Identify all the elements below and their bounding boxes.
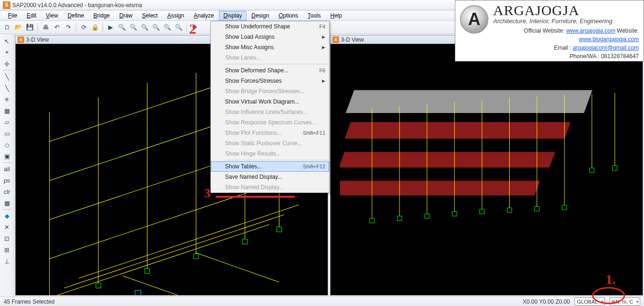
window-title: SAP2000 v14.0.0 Advanced - bangunan-kos-… bbox=[12, 2, 142, 9]
menu-item-show-bridge-forces-stresses: Show Bridge Forces/Stresses... bbox=[211, 86, 329, 96]
menu-item-show-plot-functions: Show Plot Functions...Shift+F11 bbox=[211, 128, 329, 138]
draw-grid-icon[interactable]: ▦ bbox=[1, 105, 13, 116]
svg-rect-44 bbox=[507, 208, 512, 212]
menu-analyze[interactable]: Analyze bbox=[190, 11, 218, 20]
svg-rect-28 bbox=[340, 181, 540, 195]
snap-point-icon[interactable]: ◆ bbox=[1, 210, 13, 221]
menu-item-show-load-assigns[interactable]: Show Load Assigns▶ bbox=[211, 32, 329, 42]
svg-rect-40 bbox=[397, 216, 402, 221]
svg-line-2 bbox=[79, 205, 299, 278]
svg-rect-39 bbox=[370, 219, 374, 223]
snap-mid-icon[interactable]: ⊡ bbox=[1, 233, 13, 244]
draw-cube-icon[interactable]: ▣ bbox=[1, 151, 13, 161]
viewport-right[interactable]: X 3-D View bbox=[330, 35, 643, 296]
viewport-right-canvas[interactable] bbox=[331, 44, 643, 295]
svg-rect-43 bbox=[479, 209, 484, 214]
save-icon[interactable]: 💾 bbox=[25, 22, 35, 33]
left-toolbar: ↖ ⌖ ✢ ╲ ╲ ✳ ▦ ▱ ▭ ◇ ▣ all ps clr ▦ ◆ ✕ ⊡… bbox=[0, 34, 14, 297]
refresh-icon[interactable]: ⟳ bbox=[78, 22, 89, 33]
svg-rect-25 bbox=[346, 90, 592, 113]
svg-line-15 bbox=[196, 253, 279, 282]
menu-edit[interactable]: Edit bbox=[22, 11, 41, 20]
menu-item-save-named-display[interactable]: Save Named Display... bbox=[211, 172, 329, 182]
watermark-link-2[interactable]: www.blogargajogja.com bbox=[579, 36, 639, 43]
svg-rect-21 bbox=[277, 227, 281, 232]
zoom-in-icon[interactable]: 🔍 bbox=[162, 22, 173, 33]
menu-bridge[interactable]: Bridge bbox=[89, 11, 114, 20]
pointer-icon[interactable]: ↖ bbox=[1, 36, 13, 46]
clear-select-icon[interactable]: clr bbox=[1, 186, 13, 197]
menu-item-show-forces-stresses[interactable]: Show Forces/Stresses▶ bbox=[211, 76, 329, 86]
menu-view[interactable]: View bbox=[42, 11, 62, 20]
zoom-window-icon[interactable]: 🔍 bbox=[117, 22, 127, 33]
watermark-phone: Phone/WA : 081328784647 bbox=[570, 53, 639, 60]
menu-file[interactable]: File bbox=[4, 11, 21, 20]
draw-line-icon[interactable]: ╲ bbox=[1, 71, 13, 82]
menu-item-show-tables[interactable]: Show Tables...Shift+F12 bbox=[211, 161, 329, 172]
snap-int-icon[interactable]: ⊞ bbox=[1, 245, 13, 255]
draw-brace-icon[interactable]: ✳ bbox=[1, 94, 13, 105]
watermark-subtitle: Architecture, Interior, Furniture, Engin… bbox=[493, 17, 639, 25]
snap-end-icon[interactable]: ✕ bbox=[1, 222, 13, 232]
watermark-email[interactable]: argajogjaconr@gmail.com bbox=[573, 44, 639, 51]
snap-perp-icon[interactable]: ⊥ bbox=[1, 256, 13, 266]
watermark-card: A ARGAJOGJA Architecture, Interior, Furn… bbox=[455, 0, 644, 61]
select-all-icon[interactable]: all bbox=[1, 164, 13, 174]
menu-help[interactable]: Help bbox=[326, 11, 347, 20]
status-coords: X0.00 Y0.00 Z0.00 bbox=[522, 298, 570, 305]
statusbar: 45 Frames Selected X0.00 Y0.00 Z0.00 GLO… bbox=[0, 297, 644, 306]
annotation-underline bbox=[216, 196, 295, 198]
menu-item-show-static-pushover-curve: Show Static Pushover Curve... bbox=[211, 138, 329, 149]
pan-icon[interactable]: ✥ bbox=[189, 22, 200, 33]
menu-item-show-hinge-results: Show Hinge Results... bbox=[211, 149, 329, 159]
draw-frame-icon[interactable]: ╲ bbox=[1, 83, 13, 93]
watermark-logo: A bbox=[460, 5, 488, 34]
menu-item-show-virtual-work-diagram[interactable]: Show Virtual Work Diagram... bbox=[211, 96, 329, 107]
menu-design[interactable]: Design bbox=[247, 11, 273, 20]
zoom-out-icon[interactable]: 🔍 bbox=[128, 22, 139, 33]
menu-item-show-response-spectrum-curves: Show Response Spectrum Curves... bbox=[211, 117, 329, 128]
svg-rect-47 bbox=[590, 168, 594, 173]
viewport-icon: X bbox=[17, 36, 24, 43]
menu-assign[interactable]: Assign bbox=[163, 11, 189, 20]
svg-line-1 bbox=[64, 215, 284, 288]
new-file-icon[interactable]: 🗋 bbox=[2, 22, 12, 33]
zoom-prev-icon[interactable]: 🔍 bbox=[151, 22, 161, 33]
redo-icon[interactable]: ↷ bbox=[63, 22, 73, 33]
zoom-fit-icon[interactable]: 🔍 bbox=[139, 22, 150, 33]
viewport-right-title: 3-D View bbox=[341, 36, 364, 43]
menu-item-show-influence-lines-surfaces: Show Influence Lines/Surfaces... bbox=[211, 107, 329, 117]
svg-rect-18 bbox=[145, 269, 149, 273]
draw-area-icon[interactable]: ▱ bbox=[1, 117, 13, 127]
svg-rect-23 bbox=[123, 295, 129, 296]
draw-poly-icon[interactable]: ◇ bbox=[1, 140, 13, 150]
status-selection: 45 Frames Selected bbox=[4, 298, 54, 305]
undo-icon[interactable]: ↶ bbox=[52, 22, 62, 33]
run-icon[interactable]: ▶ bbox=[105, 22, 116, 33]
menu-item-show-misc-assigns[interactable]: Show Misc Assigns▶ bbox=[211, 42, 329, 52]
watermark-link-1[interactable]: www.argajogja.com bbox=[566, 27, 615, 34]
move-icon[interactable]: ✢ bbox=[1, 59, 13, 69]
open-file-icon[interactable]: 📂 bbox=[13, 22, 24, 33]
viewport-left-title: 3-D View bbox=[26, 36, 49, 43]
menu-tools[interactable]: Tools bbox=[304, 11, 325, 20]
menu-display[interactable]: Display bbox=[219, 11, 246, 20]
units-combo[interactable]: KN, m, C bbox=[609, 297, 640, 306]
draw-rect-icon[interactable]: ▭ bbox=[1, 128, 13, 139]
print-icon[interactable]: 🖶 bbox=[40, 22, 51, 33]
menu-item-show-deformed-shape[interactable]: Show Deformed Shape...F6 bbox=[211, 65, 329, 76]
prev-select-icon[interactable]: ps bbox=[1, 175, 13, 185]
menu-options[interactable]: Options bbox=[274, 11, 302, 20]
menu-item-show-undeformed-shape[interactable]: Show Undeformed ShapeF4 bbox=[211, 21, 329, 32]
menu-define[interactable]: Define bbox=[63, 11, 88, 20]
marquee-icon[interactable]: ▦ bbox=[1, 198, 13, 208]
menu-draw[interactable]: Draw bbox=[115, 11, 137, 20]
reshape-icon[interactable]: ⌖ bbox=[1, 47, 13, 58]
zoom-extents-icon[interactable]: 🔍 bbox=[174, 22, 184, 33]
svg-rect-24 bbox=[135, 290, 140, 296]
svg-rect-42 bbox=[452, 211, 457, 216]
menu-select[interactable]: Select bbox=[138, 11, 162, 20]
viewport-icon: X bbox=[332, 36, 339, 43]
coord-system-combo[interactable]: GLOBAL bbox=[574, 297, 605, 306]
lock-icon[interactable]: 🔒 bbox=[90, 22, 100, 33]
